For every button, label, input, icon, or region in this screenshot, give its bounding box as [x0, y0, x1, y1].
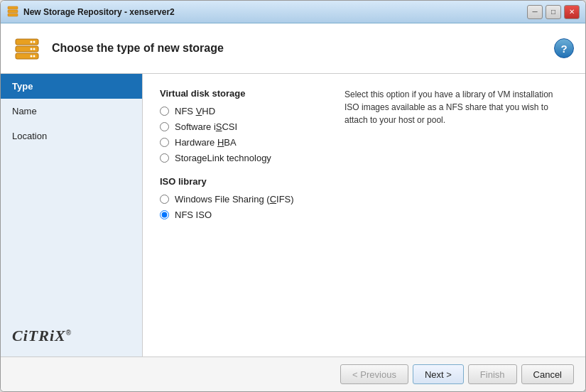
svg-point-6 — [33, 41, 36, 43]
nfs-iso-radio[interactable] — [160, 210, 169, 219]
iso-library-label: ISO library — [160, 176, 330, 187]
nfs-vhd-label: NFS VHD — [175, 106, 215, 116]
svg-point-9 — [31, 41, 33, 43]
iso-library-section: ISO library Windows File Sharing (CIFS) … — [160, 176, 330, 220]
storagelink-label: StorageLink technology — [175, 153, 271, 163]
window-title: New Storage Repository - xenserver2 — [23, 7, 527, 17]
sidebar-item-type[interactable]: Type — [1, 74, 142, 99]
sidebar-item-location[interactable]: Location — [1, 124, 142, 148]
storage-repo-icon — [12, 33, 42, 63]
hba-option[interactable]: Hardware HBA — [160, 137, 330, 148]
svg-rect-0 — [8, 10, 18, 13]
help-button[interactable]: ? — [554, 38, 574, 58]
iscsi-underline: S — [216, 121, 222, 132]
dialog-header: Choose the type of new storage ? — [1, 23, 585, 74]
description-text: Select this option if you have a library… — [344, 89, 553, 125]
finish-button[interactable]: Finish — [468, 364, 517, 384]
iscsi-option[interactable]: Software iSCSI — [160, 121, 330, 132]
svg-point-7 — [33, 48, 36, 50]
svg-rect-1 — [8, 13, 18, 16]
options-panel: Virtual disk storage NFS VHD Software iS… — [160, 88, 330, 342]
window-controls: ─ □ ✕ — [527, 5, 580, 19]
nfs-iso-label: NFS ISO — [175, 209, 212, 220]
description-panel: Select this option if you have a library… — [344, 88, 568, 342]
dialog-footer: < Previous Next > Finish Cancel — [1, 356, 585, 391]
main-window: New Storage Repository - xenserver2 ─ □ … — [0, 0, 586, 392]
sidebar-item-name[interactable]: Name — [1, 99, 142, 124]
hba-radio[interactable] — [160, 138, 169, 147]
sidebar: Type Name Location CiTRiX® — [1, 74, 143, 356]
storage-icon — [6, 6, 19, 18]
citrix-brand-text: CiTRiX — [12, 327, 66, 344]
nfs-vhd-option[interactable]: NFS VHD — [160, 106, 330, 116]
virtual-disk-section: Virtual disk storage NFS VHD Software iS… — [160, 88, 330, 163]
cifs-label: Windows File Sharing (CIFS) — [175, 194, 294, 205]
minimize-button[interactable]: ─ — [527, 5, 543, 19]
dialog-title: Choose the type of new storage — [52, 42, 554, 55]
hba-underline: H — [217, 137, 224, 148]
cancel-button[interactable]: Cancel — [521, 364, 574, 384]
svg-point-10 — [31, 48, 33, 50]
dialog-body: Type Name Location CiTRiX® — [1, 74, 585, 356]
sidebar-logo-area: CiTRiX® — [1, 315, 142, 356]
citrix-logo: CiTRiX® — [12, 327, 72, 345]
iscsi-label: Software iSCSI — [175, 121, 237, 132]
nfs-vhd-radio[interactable] — [160, 107, 169, 116]
previous-button[interactable]: < Previous — [340, 364, 408, 384]
svg-point-11 — [31, 55, 33, 58]
cifs-option[interactable]: Windows File Sharing (CIFS) — [160, 194, 330, 205]
maximize-button[interactable]: □ — [546, 5, 561, 19]
hba-label: Hardware HBA — [175, 137, 237, 148]
storagelink-option[interactable]: StorageLink technology — [160, 153, 330, 163]
svg-rect-2 — [8, 6, 18, 9]
svg-point-8 — [33, 55, 36, 58]
cifs-radio[interactable] — [160, 195, 169, 204]
iscsi-radio[interactable] — [160, 122, 169, 131]
virtual-disk-label: Virtual disk storage — [160, 88, 330, 99]
content-area: Virtual disk storage NFS VHD Software iS… — [160, 88, 568, 342]
nfs-iso-option[interactable]: NFS ISO — [160, 209, 330, 220]
main-content: Virtual disk storage NFS VHD Software iS… — [143, 74, 585, 356]
registered-trademark: ® — [66, 329, 72, 337]
sidebar-nav: Type Name Location — [1, 74, 142, 315]
title-bar: New Storage Repository - xenserver2 ─ □ … — [1, 1, 585, 23]
cifs-underline: C — [270, 194, 276, 205]
close-button[interactable]: ✕ — [564, 5, 580, 19]
nfs-vhd-underline: V — [196, 106, 202, 116]
next-button[interactable]: Next > — [413, 364, 464, 384]
storagelink-radio[interactable] — [160, 153, 169, 163]
